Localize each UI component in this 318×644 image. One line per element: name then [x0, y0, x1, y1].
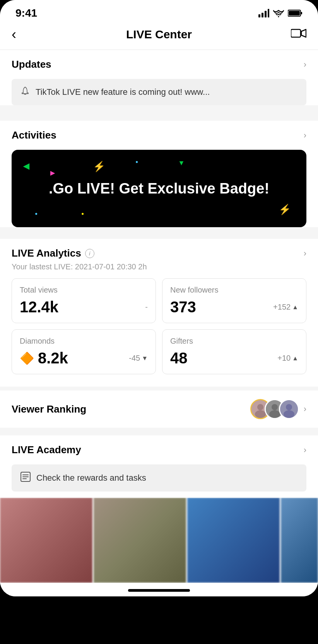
content-area: Updates › TikTok LIVE new feature is com…: [0, 50, 318, 596]
svg-rect-1: [262, 13, 263, 17]
status-time: 9:41: [15, 7, 37, 19]
total-views-label: Total views: [20, 286, 148, 295]
updates-chevron: ›: [304, 60, 306, 70]
gifters-up-arrow: ▲: [292, 355, 298, 362]
avatar-3: [279, 399, 299, 419]
updates-banner[interactable]: TikTok LIVE new feature is coming out! w…: [12, 79, 306, 105]
academy-label: LIVE Academy: [12, 444, 81, 456]
battery-icon: [288, 9, 303, 17]
updates-section: Updates › TikTok LIVE new feature is com…: [0, 50, 318, 105]
deco-lightning-1: ⚡: [93, 161, 105, 173]
activities-section: Activities › ◀ ▶ ⚡ ● ▼ ⚡ ● ● .Go LIVE! G…: [0, 121, 318, 227]
up-arrow-icon: ▲: [292, 304, 298, 311]
new-followers-value: 373: [170, 298, 196, 316]
analytics-info-icon[interactable]: i: [85, 249, 94, 258]
viewer-avatars: [250, 399, 299, 419]
viewer-ranking-label: Viewer Ranking: [12, 403, 86, 415]
svg-rect-0: [258, 14, 260, 17]
deco-lightning-2: ⚡: [279, 204, 291, 216]
stat-card-new-followers: New followers 373 +152 ▲: [162, 278, 306, 323]
analytics-title: LIVE Analytics: [12, 247, 81, 259]
deco-triangle-pink: ▶: [50, 169, 55, 176]
bell-icon: [20, 86, 30, 98]
gifters-label: Gifters: [170, 337, 298, 346]
promo-title: .Go LIVE! Get Exclusive Badge!: [49, 180, 269, 197]
academy-chevron: ›: [304, 445, 306, 455]
diamonds-value: 🔶 8.2k: [20, 349, 68, 367]
updates-banner-text: TikTok LIVE new feature is coming out! w…: [36, 87, 210, 97]
home-indicator: [0, 583, 318, 596]
analytics-section: LIVE Analytics i › Your lastest LIVE: 20…: [0, 239, 318, 387]
video-camera-icon[interactable]: [287, 28, 306, 41]
new-followers-label: New followers: [170, 286, 298, 295]
activities-chevron: ›: [304, 130, 306, 140]
diamonds-row: 🔶 8.2k -45 ▼: [20, 349, 148, 367]
thumbnails-row: [0, 498, 318, 583]
svg-rect-3: [268, 9, 269, 17]
analytics-chevron: ›: [304, 248, 306, 259]
academy-header[interactable]: LIVE Academy ›: [0, 435, 318, 464]
analytics-title-row: LIVE Analytics i: [12, 247, 94, 259]
thumbnail-2[interactable]: [94, 498, 186, 583]
svg-point-10: [257, 404, 263, 410]
back-button[interactable]: ‹: [12, 26, 31, 43]
ranking-right: ›: [250, 399, 306, 419]
viewer-ranking-section[interactable]: Viewer Ranking: [0, 391, 318, 428]
deco-dot-yellow: ●: [81, 211, 84, 216]
deco-dot-blue: ●: [135, 159, 138, 164]
page-title: LIVE Center: [126, 28, 192, 41]
status-bar: 9:41: [0, 0, 318, 22]
total-views-change: -: [145, 303, 148, 312]
header: ‹ LIVE Center: [0, 22, 318, 50]
svg-rect-2: [265, 11, 267, 17]
activities-promo-banner[interactable]: ◀ ▶ ⚡ ● ▼ ⚡ ● ● .Go LIVE! Get Exclusive …: [12, 150, 306, 227]
new-followers-row: 373 +152 ▲: [170, 298, 298, 316]
activities-label: Activities: [12, 129, 56, 141]
academy-section: LIVE Academy › Check the rewards and tas…: [0, 435, 318, 583]
svg-point-13: [272, 404, 278, 410]
activities-row[interactable]: Activities ›: [0, 121, 318, 150]
analytics-grid: Total views 12.4k - New followers 373 +1…: [12, 278, 306, 383]
total-views-row: 12.4k -: [20, 298, 148, 316]
status-icons: [258, 9, 303, 17]
gifters-change: +10 ▲: [277, 354, 298, 363]
stat-card-gifters: Gifters 48 +10 ▲: [162, 329, 306, 374]
signal-icon: [258, 9, 269, 17]
gifters-value: 48: [170, 349, 188, 367]
stat-card-total-views: Total views 12.4k -: [12, 278, 156, 323]
updates-label: Updates: [12, 58, 51, 70]
rewards-banner[interactable]: Check the rewards and tasks: [12, 464, 306, 492]
deco-triangle-green: ▼: [178, 159, 185, 167]
rewards-icon: [20, 471, 31, 485]
gifters-row: 48 +10 ▲: [170, 349, 298, 367]
analytics-header[interactable]: LIVE Analytics i ›: [12, 247, 306, 259]
diamond-gem-icon: 🔶: [20, 351, 34, 365]
thumbnail-1[interactable]: [0, 498, 92, 583]
svg-point-16: [286, 404, 292, 410]
svg-rect-5: [301, 12, 302, 14]
svg-point-17: [284, 410, 294, 418]
rewards-text: Check the rewards and tasks: [36, 473, 146, 483]
thumbnail-4[interactable]: [281, 498, 318, 583]
home-bar: [128, 589, 190, 592]
stat-card-diamonds: Diamonds 🔶 8.2k -45 ▼: [12, 329, 156, 374]
diamonds-change: -45 ▼: [129, 354, 148, 363]
updates-row[interactable]: Updates ›: [0, 50, 318, 79]
deco-triangle-left: ◀: [23, 161, 29, 171]
diamonds-label: Diamonds: [20, 337, 148, 346]
new-followers-change: +152 ▲: [273, 303, 298, 312]
viewer-ranking-chevron: ›: [304, 404, 306, 414]
wifi-icon: [273, 9, 284, 17]
analytics-subtitle: Your lastest LIVE: 2021-07-01 20:30 2h: [12, 262, 306, 271]
svg-marker-8: [301, 29, 306, 37]
svg-point-14: [269, 410, 280, 418]
svg-rect-7: [291, 29, 301, 37]
svg-point-11: [255, 410, 266, 418]
total-views-value: 12.4k: [20, 298, 58, 316]
svg-rect-6: [289, 11, 300, 15]
down-arrow-icon: ▼: [142, 355, 148, 362]
thumbnail-3[interactable]: [187, 498, 280, 583]
deco-dot-cyan: ●: [35, 211, 38, 216]
